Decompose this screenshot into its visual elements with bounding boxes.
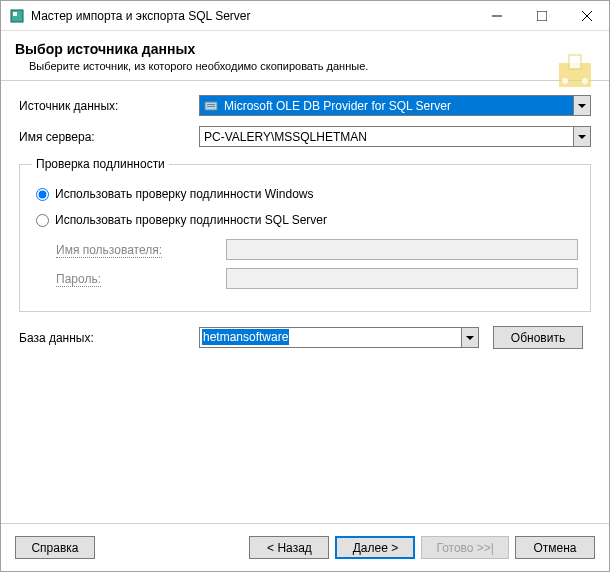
wizard-window: Мастер импорта и экспорта SQL Server Выб… — [0, 0, 610, 572]
username-label: Имя пользователя: — [56, 243, 226, 257]
auth-windows-radio[interactable] — [36, 188, 49, 201]
password-row: Пароль: — [56, 268, 578, 289]
back-button[interactable]: < Назад — [249, 536, 329, 559]
datasource-value: Microsoft OLE DB Provider for SQL Server — [222, 99, 573, 113]
cancel-button[interactable]: Отмена — [515, 536, 595, 559]
svg-rect-7 — [569, 55, 581, 69]
server-value: PC-VALERY\MSSQLHETMAN — [200, 130, 573, 144]
help-button[interactable]: Справка — [15, 536, 95, 559]
maximize-button[interactable] — [519, 1, 564, 30]
wizard-footer: Справка < Назад Далее > Готово >>| Отмен… — [1, 523, 609, 571]
chevron-down-icon[interactable] — [573, 96, 590, 115]
svg-rect-12 — [207, 106, 215, 107]
database-row: База данных: hetmansoftware Обновить — [19, 326, 591, 349]
close-button[interactable] — [564, 1, 609, 30]
finish-button: Готово >>| — [421, 536, 509, 559]
page-subtitle: Выберите источник, из которого необходим… — [15, 60, 595, 72]
app-icon — [9, 8, 25, 24]
svg-marker-13 — [578, 104, 586, 108]
datasource-label: Источник данных: — [19, 99, 199, 113]
spacer — [19, 357, 591, 513]
svg-rect-3 — [537, 11, 547, 21]
datasource-row: Источник данных: Microsoft OLE DB Provid… — [19, 95, 591, 116]
titlebar: Мастер импорта и экспорта SQL Server — [1, 1, 609, 31]
next-button[interactable]: Далее > — [335, 536, 415, 559]
svg-marker-15 — [466, 336, 474, 340]
database-value: hetmansoftware — [200, 328, 461, 347]
wizard-body: Источник данных: Microsoft OLE DB Provid… — [1, 81, 609, 523]
auth-windows-radio-row[interactable]: Использовать проверку подлинности Window… — [36, 187, 578, 201]
auth-sql-label: Использовать проверку подлинности SQL Se… — [55, 213, 327, 227]
header-decoration-icon — [551, 51, 599, 99]
minimize-button[interactable] — [474, 1, 519, 30]
svg-rect-1 — [13, 12, 17, 16]
database-combo[interactable]: hetmansoftware — [199, 327, 479, 348]
wizard-header: Выбор источника данных Выберите источник… — [1, 31, 609, 81]
auth-sql-radio[interactable] — [36, 214, 49, 227]
chevron-down-icon[interactable] — [461, 328, 478, 347]
svg-marker-14 — [578, 135, 586, 139]
server-row: Имя сервера: PC-VALERY\MSSQLHETMAN — [19, 126, 591, 147]
username-row: Имя пользователя: — [56, 239, 578, 260]
auth-group-title: Проверка подлинности — [32, 157, 169, 171]
auth-windows-label: Использовать проверку подлинности Window… — [55, 187, 313, 201]
svg-point-9 — [582, 78, 588, 84]
datasource-combo[interactable]: Microsoft OLE DB Provider for SQL Server — [199, 95, 591, 116]
provider-icon — [203, 98, 219, 114]
chevron-down-icon[interactable] — [573, 127, 590, 146]
database-label: База данных: — [19, 331, 199, 345]
server-label: Имя сервера: — [19, 130, 199, 144]
window-title: Мастер импорта и экспорта SQL Server — [31, 9, 474, 23]
server-combo[interactable]: PC-VALERY\MSSQLHETMAN — [199, 126, 591, 147]
username-input — [226, 239, 578, 260]
svg-rect-11 — [207, 104, 215, 105]
refresh-button[interactable]: Обновить — [493, 326, 583, 349]
password-input — [226, 268, 578, 289]
auth-group: Проверка подлинности Использовать провер… — [19, 157, 591, 312]
password-label: Пароль: — [56, 272, 226, 286]
page-title: Выбор источника данных — [15, 41, 595, 57]
svg-point-8 — [562, 78, 568, 84]
auth-sql-radio-row[interactable]: Использовать проверку подлинности SQL Se… — [36, 213, 578, 227]
